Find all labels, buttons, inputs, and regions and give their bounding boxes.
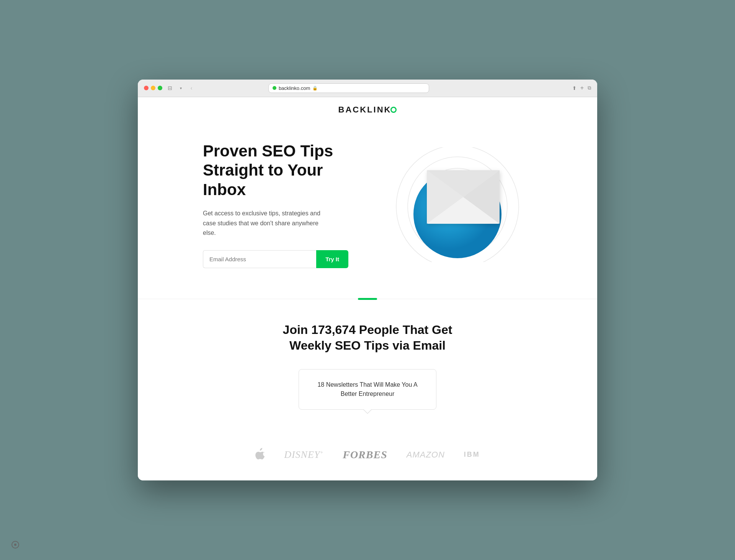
email-svg-illustration (390, 147, 521, 262)
social-proof-section: Join 173,674 People That Get Weekly SEO … (138, 299, 597, 440)
cta-button[interactable]: Try It (316, 250, 348, 268)
forbes-logo: Forbes (343, 449, 387, 461)
social-proof-title: Join 173,674 People That Get Weekly SEO … (153, 322, 582, 354)
maximize-button[interactable] (158, 86, 162, 90)
testimonial-text: 18 Newsletters That Will Make You A Bett… (311, 380, 424, 399)
apple-icon (255, 448, 265, 459)
page-content: BACKLINK Proven SEO Tips Straight to You… (138, 97, 597, 480)
traffic-lights (144, 86, 162, 90)
testimonial-card: 18 Newsletters That Will Make You A Bett… (299, 369, 436, 410)
email-field[interactable] (203, 250, 316, 268)
hero-content: Proven SEO Tips Straight to Your Inbox G… (203, 142, 356, 268)
secure-icon (273, 86, 276, 90)
hero-section: Proven SEO Tips Straight to Your Inbox G… (157, 119, 578, 299)
back-icon[interactable]: ‹ (188, 85, 194, 91)
site-header: BACKLINK (138, 97, 597, 119)
site-logo: BACKLINK (138, 105, 597, 115)
browser-window: ⊟ ▾ ‹ backlinko.com 🔒 ⬆ + ⧉ BACKLINK Pro… (138, 80, 597, 480)
ibm-logo: IBM (464, 451, 480, 459)
brand-logos: Disney+ Forbes amazon IBM (138, 440, 597, 480)
disney-logo: Disney+ (284, 449, 323, 461)
record-icon (11, 541, 19, 549)
copy-icon[interactable]: ⧉ (588, 85, 591, 91)
green-accent-bar (358, 298, 377, 300)
minimize-button[interactable] (151, 86, 155, 90)
apple-logo (255, 448, 265, 461)
close-button[interactable] (144, 86, 149, 90)
address-bar[interactable]: backlinko.com 🔒 (268, 83, 429, 93)
hero-title: Proven SEO Tips Straight to Your Inbox (203, 142, 356, 199)
chevron-down-icon[interactable]: ▾ (178, 85, 184, 91)
signup-form: Try It (203, 250, 348, 268)
amazon-logo: amazon (407, 450, 445, 460)
hero-illustration (379, 147, 532, 262)
logo-o-icon (390, 107, 397, 113)
tabs-icon[interactable]: ⊟ (167, 85, 173, 91)
new-tab-icon[interactable]: + (580, 85, 584, 91)
browser-chrome: ⊟ ▾ ‹ backlinko.com 🔒 ⬆ + ⧉ (138, 80, 597, 97)
url-text: backlinko.com (279, 85, 310, 91)
section-divider (138, 299, 597, 299)
share-icon[interactable]: ⬆ (572, 85, 577, 91)
browser-right-icons: ⬆ + ⧉ (572, 85, 591, 91)
hero-description: Get access to exclusive tips, strategies… (203, 208, 333, 238)
lock-icon: 🔒 (312, 86, 318, 91)
